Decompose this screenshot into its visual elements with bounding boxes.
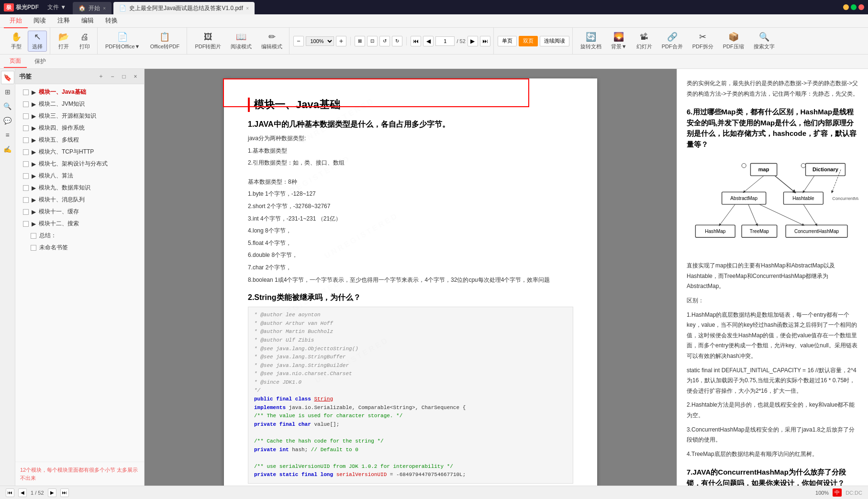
sidebar-item-java[interactable]: ▶ 模块一、Java基础 xyxy=(15,86,144,98)
checkbox-mq[interactable] xyxy=(23,197,29,203)
svg-text:ConcurrentMap: ConcurrentMap xyxy=(832,196,858,201)
slideshow-btn[interactable]: 📽 幻灯片 xyxy=(633,31,656,52)
bottom-next-btn[interactable]: ▶ xyxy=(48,488,56,497)
checkbox-cache[interactable] xyxy=(23,209,29,215)
sidebar-item-cache[interactable]: ▶ 模块十一、缓存 xyxy=(15,206,144,218)
pdf-split-btn[interactable]: ✂ PDF拆分 xyxy=(689,31,717,52)
next-page-btn[interactable]: ▶ xyxy=(467,36,478,46)
checkbox-algo[interactable] xyxy=(23,173,29,179)
right-q6-p2: 区别： xyxy=(687,296,858,306)
zoom-select[interactable]: 100% xyxy=(306,36,334,46)
layers-icon-btn[interactable]: ≡ xyxy=(1,128,14,142)
sidebar-item-summary[interactable]: 总结： xyxy=(15,230,144,242)
bottom-last-btn[interactable]: ⏭ xyxy=(60,488,69,497)
last-page-btn[interactable]: ⏭ xyxy=(480,36,490,46)
hand-tool-btn[interactable]: ✋ 手型 xyxy=(7,31,26,52)
checkbox-framework[interactable] xyxy=(23,113,29,119)
pdf-q1-p6: 2.short 2个字节，-32768~32767 xyxy=(248,201,573,212)
sidebar-close-btn[interactable]: × xyxy=(131,72,140,81)
checkbox-java[interactable] xyxy=(23,89,29,95)
signature-icon-btn[interactable]: ✍ xyxy=(1,143,14,156)
sidebar-item-arch[interactable]: ▶ 模块七、架构设计与分布式 xyxy=(15,158,144,170)
bookmark-icon-btn[interactable]: 🔖 xyxy=(1,71,14,84)
single-page-btn[interactable]: 单页 xyxy=(498,36,517,46)
sidebar-item-framework[interactable]: ▶ 模块三、开源框架知识 xyxy=(15,110,144,122)
page-input[interactable] xyxy=(435,36,455,46)
tab-protect[interactable]: 保护 xyxy=(29,55,52,68)
double-page-btn[interactable]: 双页 xyxy=(519,36,538,46)
sidebar-add-btn[interactable]: ＋ xyxy=(96,72,106,81)
sidebar-item-jvm[interactable]: ▶ 模块二、JVM知识 xyxy=(15,98,144,110)
thumbnail-icon-btn[interactable]: ⊞ xyxy=(1,85,14,99)
tab-annotate[interactable]: 注释 xyxy=(52,14,76,28)
tab-page[interactable]: 页面 xyxy=(4,55,27,68)
checkbox-os[interactable] xyxy=(23,125,29,131)
sidebar-item-search[interactable]: ▶ 模块十二、搜索 xyxy=(15,218,144,230)
menu-file[interactable]: 文件 ▼ xyxy=(47,3,66,11)
search-icon-btn[interactable]: 🔍 xyxy=(1,100,14,113)
checkbox-summary[interactable] xyxy=(31,233,36,239)
print-btn[interactable]: 🖨 打印 xyxy=(75,31,94,52)
close-btn[interactable] xyxy=(858,4,864,10)
tab-home-close[interactable]: × xyxy=(103,6,106,11)
bottom-bar: ⏮ ◀ 1 / 52 ▶ ⏭ 100% 中 DC:DC xyxy=(0,486,868,499)
checkbox-db[interactable] xyxy=(23,185,29,191)
checkbox-arch[interactable] xyxy=(23,161,29,167)
sidebar-item-mq[interactable]: ▶ 模块十、消息队列 xyxy=(15,194,144,206)
fit-width-btn[interactable]: ⊠ xyxy=(355,36,365,46)
sidebar-expand-btn[interactable]: □ xyxy=(119,72,129,81)
checkbox-jvm[interactable] xyxy=(23,101,29,107)
sidebar-item-os[interactable]: ▶ 模块四、操作系统 xyxy=(15,122,144,134)
checkbox-thread[interactable] xyxy=(23,137,29,143)
zoom-out-btn[interactable]: － xyxy=(293,36,304,46)
svg-text:Hashtable: Hashtable xyxy=(792,196,814,201)
checkbox-search[interactable] xyxy=(23,221,29,227)
app-logo: 极 极光PDF xyxy=(4,3,39,11)
first-page-btn[interactable]: ⏮ xyxy=(411,36,421,46)
zoom-in-btn[interactable]: ＋ xyxy=(336,36,346,46)
pdf-compress-btn[interactable]: 📦 PDF压缩 xyxy=(719,31,748,52)
search-text-btn[interactable]: 🔍 搜索文字 xyxy=(750,31,779,52)
sidebar-item-unnamed[interactable]: 未命名书签 xyxy=(15,242,144,254)
sidebar-item-thread[interactable]: ▶ 模块五、多线程 xyxy=(15,134,144,146)
maximize-btn[interactable] xyxy=(851,4,857,10)
rotate-doc-btn[interactable]: 🔄 旋转文档 xyxy=(577,31,605,52)
rotate-btn[interactable]: ↺ xyxy=(379,36,390,46)
fit-page-btn[interactable]: ⊡ xyxy=(367,36,378,46)
tab-home[interactable]: 🏠 开始 × xyxy=(73,2,111,14)
label-tcp: 模块六、TCP与HTTP xyxy=(39,148,94,156)
checkbox-unnamed[interactable] xyxy=(31,245,36,251)
sidebar-item-tcp[interactable]: ▶ 模块六、TCP与HTTP xyxy=(15,146,144,158)
bottom-lang: 中 xyxy=(833,488,842,497)
bg-btn[interactable]: 🌄 背景▼ xyxy=(607,31,631,52)
tab-start[interactable]: 开始 xyxy=(4,14,28,28)
rotate-doc-icon: 🔄 xyxy=(586,32,596,42)
rotate-right-btn[interactable]: ↻ xyxy=(392,36,402,46)
pdf-to-office-btn[interactable]: 📄 PDF转Office▼ xyxy=(101,31,144,52)
checkbox-tcp[interactable] xyxy=(23,149,29,155)
sidebar-item-algo[interactable]: ▶ 模块八、算法 xyxy=(15,170,144,182)
tab-edit[interactable]: 编辑 xyxy=(76,14,100,28)
sidebar-item-db[interactable]: ▶ 模块九、数据库知识 xyxy=(15,182,144,194)
annot-icon-btn[interactable]: 💬 xyxy=(1,114,14,127)
pdf-merge-btn[interactable]: 🔗 PDF合并 xyxy=(658,31,687,52)
search-icon: 🔍 xyxy=(759,32,769,42)
tab-pdf-close[interactable]: × xyxy=(246,6,249,11)
office-to-pdf-btn[interactable]: 📋 Office转PDF xyxy=(145,31,184,52)
edit-mode-btn[interactable]: ✏ 编辑模式 xyxy=(257,31,286,52)
prev-page-btn[interactable]: ◀ xyxy=(423,36,434,46)
pdf-area[interactable]: UNREGISTERED UNREGISTERED UNREGISTERED U… xyxy=(145,69,677,486)
bottom-first-btn[interactable]: ⏮ xyxy=(6,488,14,497)
open-btn[interactable]: 📂 打开 xyxy=(54,31,73,52)
select-tool-btn[interactable]: ↖ 选择 xyxy=(28,31,47,52)
sidebar-collapse-btn[interactable]: − xyxy=(108,72,117,81)
tab-convert[interactable]: 转换 xyxy=(100,14,123,28)
pdf-to-img-btn[interactable]: 🖼 PDF转图片 xyxy=(191,31,225,52)
arrow-framework: ▶ xyxy=(32,113,36,120)
tab-read[interactable]: 阅读 xyxy=(28,14,52,28)
read-mode-btn[interactable]: 📖 阅读模式 xyxy=(227,31,256,52)
bottom-prev-btn[interactable]: ◀ xyxy=(18,488,27,497)
tab-pdf[interactable]: 📄 史上最全阿里Java面试题总结及答案V1.0.pdf × xyxy=(113,2,255,14)
minimize-btn[interactable] xyxy=(843,4,849,10)
continuous-btn[interactable]: 连续阅读 xyxy=(540,36,569,46)
